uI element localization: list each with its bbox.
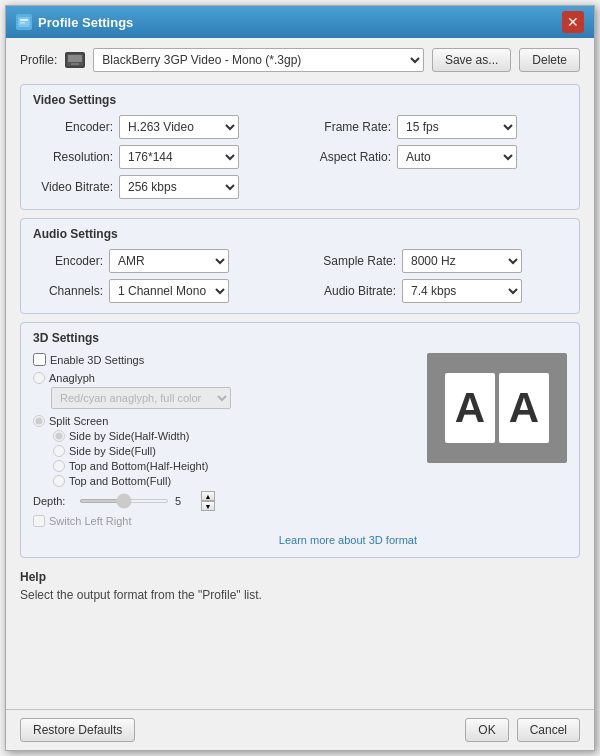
footer-right: OK Cancel	[465, 718, 580, 742]
switch-lr-checkbox[interactable]	[33, 515, 45, 527]
learn-more-link[interactable]: Learn more about 3D format	[279, 534, 417, 546]
half-width-radio[interactable]	[53, 430, 65, 442]
video-settings-section: Video Settings Encoder: H.263 Video Reso…	[20, 84, 580, 210]
option-bottom-full: Top and Bottom(Full)	[53, 475, 417, 487]
bottom-full-radio[interactable]	[53, 475, 65, 487]
channels-row: Channels: 1 Channel Mono	[33, 279, 294, 303]
svg-rect-1	[20, 19, 28, 21]
resolution-row: Resolution: 176*144	[33, 145, 294, 169]
anaglyph-label: Anaglyph	[49, 372, 95, 384]
resolution-label: Resolution:	[33, 150, 113, 164]
aspect-ratio-label: Aspect Ratio:	[306, 150, 391, 164]
split-screen-label: Split Screen	[49, 415, 108, 427]
title-bar-left: Profile Settings	[16, 14, 133, 30]
help-text: Select the output format from the "Profi…	[20, 588, 580, 602]
3d-settings-left: Enable 3D Settings Anaglyph Red/cyan ana…	[33, 353, 417, 547]
delete-button[interactable]: Delete	[519, 48, 580, 72]
split-screen-radio[interactable]	[33, 415, 45, 427]
depth-spinner: ▲ ▼	[201, 491, 215, 511]
frame-rate-row: Frame Rate: 15 fps	[306, 115, 567, 139]
video-left-col: Encoder: H.263 Video Resolution: 176*144…	[33, 115, 294, 199]
resolution-select[interactable]: 176*144	[119, 145, 239, 169]
svg-rect-4	[68, 55, 82, 62]
frame-rate-select[interactable]: 15 fps	[397, 115, 517, 139]
audio-encoder-label: Encoder:	[33, 254, 103, 268]
depth-label: Depth:	[33, 495, 73, 507]
sample-rate-label: Sample Rate:	[306, 254, 396, 268]
preview-letter-2: A	[499, 373, 549, 443]
audio-settings-title: Audio Settings	[33, 227, 567, 241]
frame-rate-label: Frame Rate:	[306, 120, 391, 134]
sample-rate-select[interactable]: 8000 Hz	[402, 249, 522, 273]
preview-aa: A A	[445, 373, 549, 443]
enable-3d-checkbox[interactable]	[33, 353, 46, 366]
title-bar: Profile Settings ✕	[6, 6, 594, 38]
option-full: Side by Side(Full)	[53, 445, 417, 457]
audio-encoder-row: Encoder: AMR	[33, 249, 294, 273]
anaglyph-radio[interactable]	[33, 372, 45, 384]
3d-settings-section: 3D Settings Enable 3D Settings Anaglyph …	[20, 322, 580, 558]
switch-lr-label: Switch Left Right	[49, 515, 132, 527]
half-width-label: Side by Side(Half-Width)	[69, 430, 189, 442]
preview-letter-1: A	[445, 373, 495, 443]
learn-more-row: Learn more about 3D format	[33, 533, 417, 547]
3d-settings-body: Enable 3D Settings Anaglyph Red/cyan ana…	[33, 353, 567, 547]
depth-value: 5	[175, 495, 195, 507]
profile-row: Profile: BlackBerry 3GP Video - Mono (*.…	[20, 48, 580, 72]
anaglyph-type-select[interactable]: Red/cyan anaglyph, full color	[51, 387, 231, 409]
audio-bitrate-row: Audio Bitrate: 7.4 kbps	[306, 279, 567, 303]
encoder-select[interactable]: H.263 Video	[119, 115, 239, 139]
encoder-label: Encoder:	[33, 120, 113, 134]
svg-rect-2	[20, 22, 25, 24]
option-half-height: Top and Bottom(Half-Height)	[53, 460, 417, 472]
audio-right-col: Sample Rate: 8000 Hz Audio Bitrate: 7.4 …	[306, 249, 567, 303]
ok-button[interactable]: OK	[465, 718, 508, 742]
depth-slider[interactable]	[79, 499, 169, 503]
video-right-col: Frame Rate: 15 fps Aspect Ratio: Auto	[306, 115, 567, 199]
close-button[interactable]: ✕	[562, 11, 584, 33]
split-screen-row: Split Screen	[33, 415, 417, 427]
audio-bitrate-select[interactable]: 7.4 kbps	[402, 279, 522, 303]
full-radio[interactable]	[53, 445, 65, 457]
help-section: Help Select the output format from the "…	[20, 566, 580, 606]
channels-select[interactable]: 1 Channel Mono	[109, 279, 229, 303]
split-screen-options: Side by Side(Half-Width) Side by Side(Fu…	[53, 430, 417, 487]
aspect-ratio-row: Aspect Ratio: Auto	[306, 145, 567, 169]
save-as-button[interactable]: Save as...	[432, 48, 511, 72]
depth-up-button[interactable]: ▲	[201, 491, 215, 501]
dialog-body: Profile: BlackBerry 3GP Video - Mono (*.…	[6, 38, 594, 709]
video-bitrate-row: Video Bitrate: 256 kbps	[33, 175, 294, 199]
video-settings-grid: Encoder: H.263 Video Resolution: 176*144…	[33, 115, 567, 199]
half-height-radio[interactable]	[53, 460, 65, 472]
full-label: Side by Side(Full)	[69, 445, 156, 457]
half-height-label: Top and Bottom(Half-Height)	[69, 460, 208, 472]
dialog-title: Profile Settings	[38, 15, 133, 30]
audio-encoder-select[interactable]: AMR	[109, 249, 229, 273]
encoder-row: Encoder: H.263 Video	[33, 115, 294, 139]
depth-down-button[interactable]: ▼	[201, 501, 215, 511]
video-bitrate-label: Video Bitrate:	[33, 180, 113, 194]
profile-label: Profile:	[20, 53, 57, 67]
audio-left-col: Encoder: AMR Channels: 1 Channel Mono	[33, 249, 294, 303]
cancel-button[interactable]: Cancel	[517, 718, 580, 742]
dialog-footer: Restore Defaults OK Cancel	[6, 709, 594, 750]
profile-select[interactable]: BlackBerry 3GP Video - Mono (*.3gp)	[93, 48, 424, 72]
audio-settings-section: Audio Settings Encoder: AMR Channels: 1 …	[20, 218, 580, 314]
video-settings-title: Video Settings	[33, 93, 567, 107]
profile-icon	[65, 52, 85, 68]
preview-box: A A	[427, 353, 567, 463]
svg-rect-5	[71, 63, 79, 65]
restore-defaults-button[interactable]: Restore Defaults	[20, 718, 135, 742]
aspect-ratio-select[interactable]: Auto	[397, 145, 517, 169]
audio-settings-grid: Encoder: AMR Channels: 1 Channel Mono	[33, 249, 567, 303]
switch-lr-row: Switch Left Right	[33, 515, 417, 527]
audio-bitrate-label: Audio Bitrate:	[306, 284, 396, 298]
bottom-full-label: Top and Bottom(Full)	[69, 475, 171, 487]
option-half-width: Side by Side(Half-Width)	[53, 430, 417, 442]
anaglyph-select-row: Red/cyan anaglyph, full color	[51, 387, 417, 409]
video-bitrate-select[interactable]: 256 kbps	[119, 175, 239, 199]
app-icon	[16, 14, 32, 30]
help-title: Help	[20, 570, 580, 584]
channels-label: Channels:	[33, 284, 103, 298]
profile-settings-dialog: Profile Settings ✕ Profile: BlackBerry 3…	[5, 5, 595, 751]
